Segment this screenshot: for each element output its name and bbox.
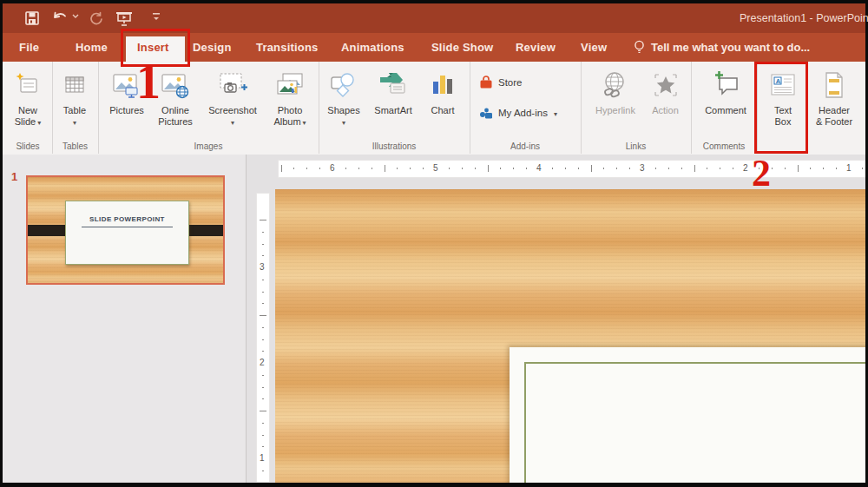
new-slide-button[interactable]: New Slide xyxy=(9,65,47,141)
ruler-number: 2 xyxy=(743,163,748,173)
ruler-number: 1 xyxy=(260,453,265,463)
pictures-icon xyxy=(111,65,142,105)
dropdown-caret-icon xyxy=(231,116,234,128)
shapes-icon xyxy=(328,65,359,105)
button-label: Table xyxy=(63,105,86,116)
customize-qat-icon[interactable] xyxy=(152,12,169,30)
my-add-ins-button[interactable]: My Add-ins xyxy=(478,103,557,122)
window-title: Presentation1 - PowerPoint xyxy=(740,12,868,24)
slide-white-box[interactable] xyxy=(510,347,865,483)
horizontal-ruler[interactable]: 654321 xyxy=(278,160,865,178)
button-label: Comment xyxy=(705,105,746,116)
button-label: Photo xyxy=(278,105,303,116)
thumbnail-dark-bar-left xyxy=(28,225,65,236)
photo-album-button[interactable]: Photo Album xyxy=(263,65,317,141)
dropdown-caret-icon xyxy=(552,108,557,118)
button-label: Text xyxy=(774,105,792,116)
wordart-button[interactable]: W xyxy=(861,65,865,141)
ribbon-group-text: A Text Box Header & Footer W xyxy=(757,62,865,154)
online-pictures-button[interactable]: Online Pictures xyxy=(150,65,201,141)
action-button[interactable]: Action xyxy=(646,65,685,141)
button-label: New xyxy=(18,105,37,116)
group-label-slides: Slides xyxy=(3,141,52,151)
ribbon-group-links: Hyperlink Action Links xyxy=(581,62,692,154)
dropdown-caret-icon xyxy=(36,116,41,127)
chart-icon xyxy=(428,65,457,105)
ribbon: New Slide Slides Table Tables Picture xyxy=(3,62,865,155)
group-label-images: Images xyxy=(98,141,319,151)
ruler-number: 4 xyxy=(536,163,542,173)
tab-animations[interactable]: Animations xyxy=(341,33,404,62)
photo-album-icon xyxy=(274,65,306,105)
button-label: Store xyxy=(498,77,523,88)
hyperlink-icon xyxy=(600,65,631,105)
group-label-tables: Tables xyxy=(52,141,98,151)
smartart-icon xyxy=(377,65,410,105)
slide-green-border xyxy=(524,362,865,483)
slide-thumbnail[interactable]: SLIDE POWERPOINT xyxy=(26,175,225,285)
button-label: Pictures xyxy=(158,116,193,128)
pictures-button[interactable]: Pictures xyxy=(105,65,148,141)
ribbon-group-illustrations: Shapes SmartArt Chart Illustrations xyxy=(319,62,470,154)
title-bar: Presentation1 - PowerPoint xyxy=(3,3,865,33)
shapes-button[interactable]: Shapes xyxy=(322,65,365,141)
online-pictures-icon xyxy=(160,65,191,105)
button-label: Hyperlink xyxy=(595,105,635,116)
store-button[interactable]: Store xyxy=(478,73,523,92)
tab-file[interactable]: File xyxy=(19,33,39,62)
store-icon xyxy=(478,75,494,90)
button-label: SmartArt xyxy=(374,105,411,116)
tell-me-box[interactable]: Tell me what you want to do... xyxy=(634,33,810,62)
slides-pane[interactable]: 1 SLIDE POWERPOINT xyxy=(3,155,247,483)
dropdown-caret-icon xyxy=(73,116,76,128)
work-area: 1 SLIDE POWERPOINT 654321 321 xyxy=(3,155,865,483)
button-label: Slide xyxy=(15,116,36,127)
redo-icon[interactable] xyxy=(88,10,105,27)
button-label: Shapes xyxy=(327,105,359,116)
dropdown-caret-icon xyxy=(342,116,345,128)
tab-home[interactable]: Home xyxy=(76,33,108,62)
group-label-links: Links xyxy=(581,141,691,151)
ribbon-group-tables: Table Tables xyxy=(52,62,99,154)
slide-canvas[interactable] xyxy=(275,189,865,483)
thumbnail-dark-bar-right xyxy=(187,225,223,236)
button-label: My Add-ins xyxy=(498,108,548,118)
smartart-button[interactable]: SmartArt xyxy=(367,65,419,141)
tab-view[interactable]: View xyxy=(581,33,607,62)
slide-number: 1 xyxy=(11,170,17,183)
dropdown-caret-icon xyxy=(301,116,306,127)
text-box-button[interactable]: A Text Box xyxy=(762,65,804,141)
undo-icon[interactable] xyxy=(51,10,69,27)
button-label: Pictures xyxy=(109,105,144,116)
tab-insert[interactable]: Insert xyxy=(137,33,169,62)
table-button[interactable]: Table xyxy=(57,65,92,141)
tab-review[interactable]: Review xyxy=(516,33,556,62)
undo-dropdown-icon[interactable] xyxy=(72,14,89,31)
ribbon-tab-bar: File Home Insert Design Transitions Anim… xyxy=(3,33,865,62)
comment-button[interactable]: Comment xyxy=(698,65,753,141)
vertical-ruler[interactable]: 321 xyxy=(256,193,270,483)
ribbon-group-add-ins: Store My Add-ins Add-ins xyxy=(470,62,582,154)
lightbulb-icon xyxy=(634,40,645,55)
my-add-ins-icon xyxy=(478,105,494,121)
tab-slide-show[interactable]: Slide Show xyxy=(431,33,493,62)
tab-design[interactable]: Design xyxy=(193,33,232,62)
group-label-add-ins: Add-ins xyxy=(470,141,581,151)
screenshot-button[interactable]: Screenshot xyxy=(202,65,263,141)
button-label: & Footer xyxy=(816,116,852,128)
start-slideshow-icon[interactable] xyxy=(114,10,131,27)
hyperlink-button[interactable]: Hyperlink xyxy=(587,65,644,141)
save-icon[interactable] xyxy=(23,10,41,27)
tell-me-label: Tell me what you want to do... xyxy=(651,41,810,54)
ribbon-group-images: Pictures Online Pictures Screenshot xyxy=(98,62,319,154)
button-label: Header xyxy=(819,105,850,116)
ribbon-group-comments: Comment Comments xyxy=(691,62,758,154)
thumbnail-title-text: SLIDE POWERPOINT xyxy=(66,215,188,223)
header-footer-button[interactable]: Header & Footer xyxy=(809,65,859,141)
new-slide-icon xyxy=(14,65,42,105)
chart-button[interactable]: Chart xyxy=(421,65,464,141)
tab-transitions[interactable]: Transitions xyxy=(256,33,319,62)
header-footer-icon xyxy=(819,65,849,105)
button-label: Album xyxy=(273,116,300,127)
group-label-illustrations: Illustrations xyxy=(319,141,470,151)
